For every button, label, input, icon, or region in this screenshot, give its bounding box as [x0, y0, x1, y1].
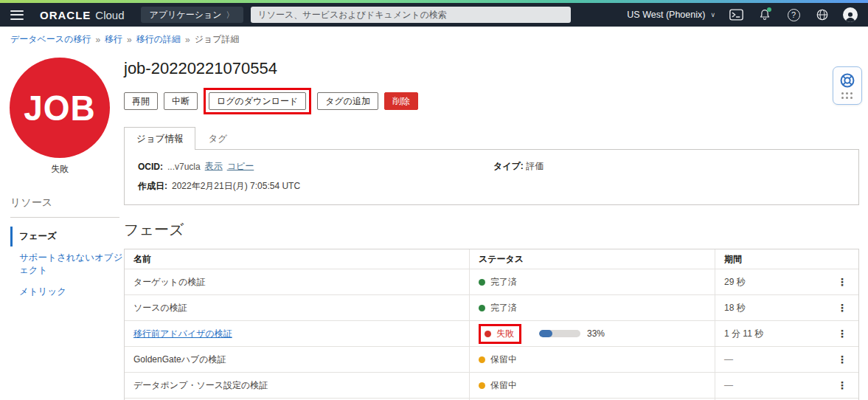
help-icon[interactable]: ?: [785, 7, 802, 23]
status-cell: 完了済: [479, 276, 517, 289]
resume-button[interactable]: 再開: [124, 92, 158, 110]
user-avatar[interactable]: [843, 7, 858, 22]
search-input[interactable]: [251, 7, 571, 23]
status-label: 失敗: [496, 328, 514, 340]
phase-name: GoldenGateハブの検証: [133, 354, 226, 366]
duration-value: —: [724, 354, 733, 365]
status-cell: 保留中: [479, 354, 517, 366]
progress-percent-label: 33%: [587, 328, 605, 339]
breadcrumb: データベースの移行 » 移行 » 移行の詳細 » ジョブ詳細: [0, 27, 868, 49]
phases-table: 名前 ステータス 期間 ターゲットの検証完了済29 秒⋮ソースの検証完了済18 …: [124, 249, 859, 400]
ocid-label: OCID:: [138, 162, 163, 172]
sidebar-item-metrics[interactable]: メトリック: [10, 282, 124, 302]
ocid-value: ...v7ucla: [167, 162, 201, 172]
row-actions-menu-icon[interactable]: ⋮: [835, 328, 850, 339]
status-label: 保留中: [490, 379, 517, 392]
status-label: 完了済: [490, 276, 517, 289]
hamburger-menu-icon[interactable]: [10, 10, 24, 20]
status-dot-completed: [479, 305, 485, 311]
column-header-name: 名前: [125, 249, 469, 269]
logo-suffix: Cloud: [95, 9, 124, 21]
status-label: 保留中: [490, 354, 517, 366]
chevron-right-icon: 〉: [226, 10, 235, 21]
drag-handle-dots-icon: [841, 92, 853, 100]
add-tags-button[interactable]: タグの追加: [317, 92, 378, 110]
column-header-duration: 期間: [715, 249, 858, 269]
delete-button[interactable]: 削除: [384, 92, 418, 110]
breadcrumb-separator: »: [185, 35, 190, 45]
ocid-show-link[interactable]: 表示: [205, 160, 223, 173]
lifebuoy-icon: [839, 72, 855, 89]
row-actions-menu-icon[interactable]: ⋮: [835, 277, 850, 287]
row-actions-menu-icon[interactable]: ⋮: [835, 303, 850, 313]
language-globe-icon[interactable]: [814, 7, 830, 23]
main-content: job-20220221070554 再開 中断 ログのダウンロード タグの追加…: [124, 49, 859, 400]
annotation-box-download-logs: ログのダウンロード: [204, 88, 311, 114]
resources-heading: リソース: [10, 196, 124, 210]
duration-value: 18 秒: [724, 302, 746, 314]
duration-value: —: [724, 380, 733, 390]
phase-name: ターゲットの検証: [133, 276, 205, 289]
status-cell: 保留中: [479, 379, 517, 392]
logo-brand: ORACLE: [40, 9, 91, 21]
table-row: ターゲットの検証完了済29 秒⋮: [125, 269, 858, 295]
annotation-box-failed-status: 失敗: [479, 324, 521, 344]
progress-bar: 33%: [539, 328, 605, 339]
breadcrumb-separator: »: [127, 35, 132, 45]
column-header-status: ステータス: [469, 249, 715, 269]
notification-dot: [767, 7, 771, 12]
job-tabs: ジョブ情報 タグ: [124, 126, 859, 149]
row-actions-menu-icon[interactable]: ⋮: [835, 380, 850, 390]
job-badge: JOB: [10, 58, 110, 158]
global-search: [251, 7, 571, 23]
duration-value: 29 秒: [724, 276, 746, 289]
table-row: 移行前アドバイザの検証失敗33%1 分 11 秒⋮: [125, 321, 858, 347]
job-status-label: 失敗: [10, 163, 110, 176]
phase-name: データポンプ・ソース設定の検証: [133, 379, 268, 392]
job-info-panel: OCID: ...v7ucla 表示 コピー 作成日: 2022年2月21日(月…: [124, 149, 859, 205]
global-header: ORACLE Cloud アプリケーション 〉 US West (Phoenix…: [0, 3, 868, 27]
breadcrumb-current: ジョブ詳細: [195, 33, 240, 46]
ocid-copy-link[interactable]: コピー: [227, 160, 254, 173]
applications-button-label: アプリケーション: [150, 9, 222, 21]
notifications-bell-icon[interactable]: [757, 7, 773, 23]
table-row: GoldenGateハブの検証保留中—⋮: [125, 347, 858, 373]
job-actions: 再開 中断 ログのダウンロード タグの追加 削除: [124, 88, 859, 114]
cloud-shell-icon[interactable]: [728, 7, 744, 23]
chevron-down-icon: ∨: [710, 11, 715, 18]
sidebar-item-unsupported-objects[interactable]: サポートされないオブジェクト: [10, 248, 124, 280]
breadcrumb-link-migrations[interactable]: 移行: [105, 33, 122, 46]
page-title: job-20220221070554: [124, 59, 859, 78]
sidebar-item-phases[interactable]: フェーズ: [10, 227, 124, 246]
resources-nav: リソース フェーズ サポートされないオブジェクト メトリック: [10, 196, 124, 302]
resources-divider: [10, 217, 119, 218]
status-dot-pending: [479, 356, 485, 363]
breadcrumb-link-migration-details[interactable]: 移行の詳細: [136, 33, 181, 46]
region-label: US West (Phoenix): [627, 10, 705, 20]
phases-heading: フェーズ: [124, 220, 859, 240]
tab-tags[interactable]: タグ: [195, 127, 240, 150]
status-dot-pending: [479, 382, 485, 389]
breadcrumb-separator: »: [95, 35, 100, 45]
status-dot-failed: [485, 331, 491, 337]
table-row: ソースの検証完了済18 秒⋮: [125, 295, 858, 321]
abort-button[interactable]: 中断: [164, 92, 198, 110]
left-column: JOB 失敗 リソース フェーズ サポートされないオブジェクト メトリック: [0, 49, 124, 400]
breadcrumb-link-db-migration[interactable]: データベースの移行: [10, 33, 91, 46]
row-actions-menu-icon[interactable]: ⋮: [835, 354, 850, 365]
applications-button[interactable]: アプリケーション 〉: [141, 7, 243, 23]
region-selector[interactable]: US West (Phoenix) ∨: [627, 10, 715, 20]
status-cell: 完了済: [479, 302, 517, 314]
tab-job-info[interactable]: ジョブ情報: [124, 127, 195, 150]
created-value: 2022年2月21日(月) 7:05:54 UTC: [172, 180, 300, 193]
download-logs-button[interactable]: ログのダウンロード: [209, 92, 306, 110]
status-label: 完了済: [490, 302, 517, 314]
type-label: タイプ:: [493, 161, 524, 171]
oracle-cloud-logo[interactable]: ORACLE Cloud: [40, 9, 125, 21]
help-feedback-widget[interactable]: [833, 66, 862, 105]
duration-value: 1 分 11 秒: [724, 328, 763, 340]
phase-name-link[interactable]: 移行前アドバイザの検証: [133, 328, 232, 340]
phase-name: ソースの検証: [133, 302, 187, 314]
created-label: 作成日:: [138, 180, 167, 193]
job-badge-label: JOB: [24, 87, 96, 129]
